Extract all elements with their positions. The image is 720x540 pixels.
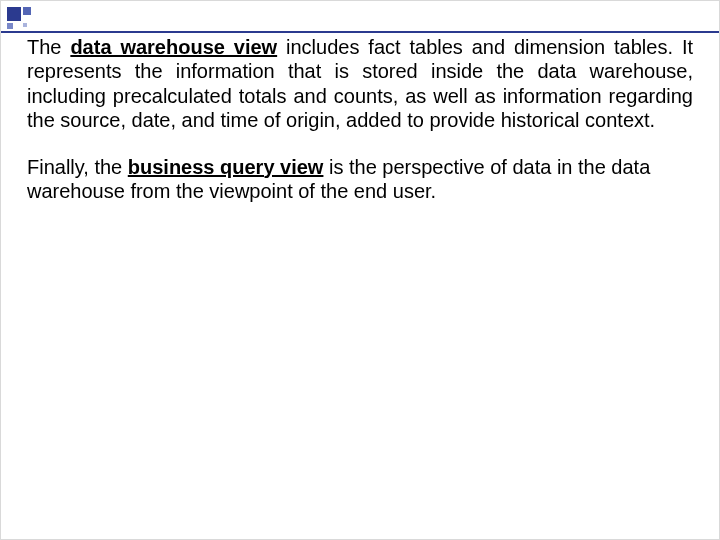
square-icon <box>23 23 27 27</box>
square-icon <box>7 7 21 21</box>
text: The <box>27 36 70 58</box>
square-icon <box>23 7 31 15</box>
paragraph-data-warehouse-view: The data warehouse view includes fact ta… <box>27 35 693 133</box>
term-business-query-view: business query view <box>128 156 324 178</box>
horizontal-rule <box>1 31 719 33</box>
slide: The data warehouse view includes fact ta… <box>0 0 720 540</box>
slide-body: The data warehouse view includes fact ta… <box>27 35 693 203</box>
paragraph-business-query-view: Finally, the business query view is the … <box>27 155 693 204</box>
square-icon <box>7 23 13 29</box>
text: Finally, the <box>27 156 128 178</box>
term-data-warehouse-view: data warehouse view <box>70 36 277 58</box>
corner-decoration <box>1 1 39 35</box>
